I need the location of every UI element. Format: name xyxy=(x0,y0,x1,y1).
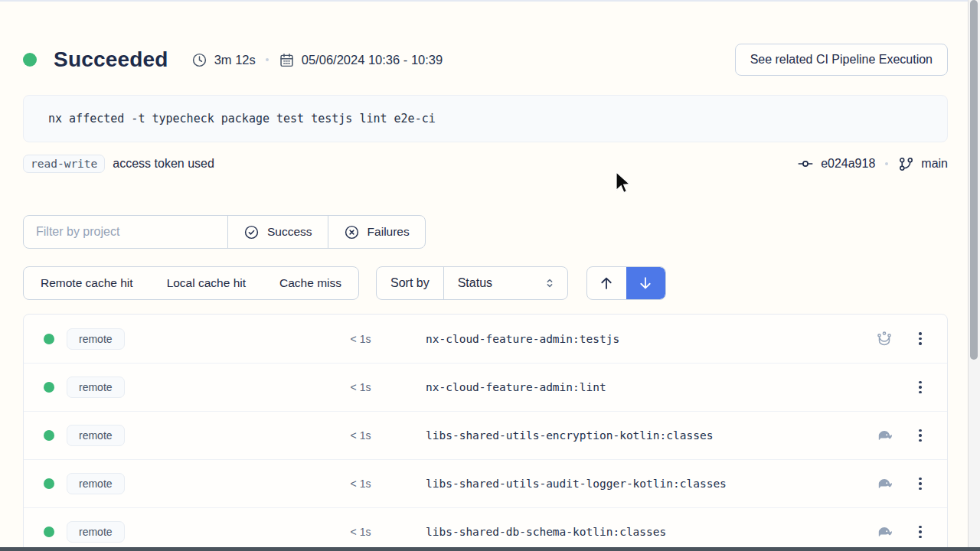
task-success-dot xyxy=(44,382,54,393)
cache-source-badge: remote xyxy=(67,377,125,398)
arrow-up-icon xyxy=(598,275,615,292)
task-row[interactable]: remote < 1s nx-cloud-feature-admin:testj… xyxy=(24,315,947,363)
success-filter-label: Success xyxy=(267,225,312,239)
task-name[interactable]: libs-shared-db-schema-kotlin:classes xyxy=(426,526,666,538)
remote-cache-hit-button[interactable]: Remote cache hit xyxy=(24,267,150,299)
cache-source-badge: remote xyxy=(67,425,125,446)
failures-filter-label: Failures xyxy=(368,225,410,239)
task-success-dot xyxy=(44,430,54,441)
success-filter-button[interactable]: Success xyxy=(227,216,328,248)
task-row[interactable]: remote < 1s libs-shared-utils-audit-logg… xyxy=(24,459,947,507)
task-duration: < 1s xyxy=(330,429,391,442)
task-success-dot xyxy=(44,478,54,489)
cache-sort-row: Remote cache hit Local cache hit Cache m… xyxy=(23,266,948,300)
gradle-icon xyxy=(875,474,893,493)
task-menu-kebab[interactable] xyxy=(910,328,930,350)
vcs-info: e024a918 main xyxy=(797,155,948,172)
run-meta: 3m 12s 05/06/2024 10:36 - 10:39 xyxy=(191,52,443,68)
see-related-pipeline-button[interactable]: See related CI Pipeline Execution xyxy=(735,44,948,76)
gradle-icon xyxy=(875,523,893,541)
sort-group: Sort by Status xyxy=(376,266,568,300)
check-circle-icon xyxy=(243,224,260,240)
meta-separator-dot xyxy=(266,58,269,61)
task-name[interactable]: nx-cloud-feature-admin:lint xyxy=(426,381,606,393)
cache-source-badge: remote xyxy=(67,521,125,543)
task-row[interactable]: remote < 1s libs-shared-db-schema-kotlin… xyxy=(24,507,947,551)
chevron-up-down-icon xyxy=(543,276,557,290)
vcs-separator-dot xyxy=(885,162,888,165)
filter-group: Success Failures xyxy=(23,215,426,249)
window-bottom-edge xyxy=(0,547,980,551)
page-title: Succeeded xyxy=(54,47,168,72)
task-success-dot xyxy=(44,334,54,344)
sort-select[interactable]: Status xyxy=(443,267,567,299)
sort-direction-group xyxy=(586,266,666,300)
run-command-box: nx affected -t typecheck package test te… xyxy=(23,95,948,142)
sort-by-label: Sort by xyxy=(377,267,443,299)
cache-source-badge: remote xyxy=(67,328,125,350)
scrollbar-track[interactable] xyxy=(968,0,980,551)
jest-icon xyxy=(875,330,893,348)
panel-top-border xyxy=(0,0,980,2)
status-success-dot xyxy=(23,53,37,67)
arrow-down-icon xyxy=(637,275,654,292)
task-menu-kebab[interactable] xyxy=(910,520,930,543)
task-name[interactable]: nx-cloud-feature-admin:testjs xyxy=(426,333,619,345)
branch-name[interactable]: main xyxy=(921,157,948,171)
cache-miss-button[interactable]: Cache miss xyxy=(263,267,358,299)
run-date-range: 05/06/2024 10:36 - 10:39 xyxy=(302,53,443,67)
task-duration: < 1s xyxy=(330,478,391,490)
sort-select-value: Status xyxy=(458,276,492,290)
task-name[interactable]: libs-shared-utils-encryption-kotlin:clas… xyxy=(426,429,713,442)
calendar-icon xyxy=(279,52,295,68)
run-duration: 3m 12s xyxy=(214,53,256,67)
access-token-text: access token used xyxy=(113,157,214,171)
task-row[interactable]: remote < 1s libs-shared-utils-encryption… xyxy=(24,411,947,459)
access-token-badge: read-write xyxy=(23,155,105,173)
task-list: remote < 1s nx-cloud-feature-admin:testj… xyxy=(23,314,948,551)
commit-icon xyxy=(797,155,814,172)
run-header: Succeeded 3m 12s 05/06/2024 10:36 - 10:3… xyxy=(23,42,948,77)
x-circle-icon xyxy=(344,224,360,240)
task-name[interactable]: libs-shared-utils-audit-logger-kotlin:cl… xyxy=(426,478,727,490)
task-success-dot xyxy=(44,527,54,537)
task-row[interactable]: remote < 1s nx-cloud-feature-admin:lint xyxy=(24,363,947,411)
scrollbar-thumb[interactable] xyxy=(970,0,978,360)
task-menu-kebab[interactable] xyxy=(910,424,930,447)
sort-descending-button[interactable] xyxy=(626,267,665,299)
task-menu-kebab[interactable] xyxy=(910,472,930,495)
task-duration: < 1s xyxy=(330,381,391,393)
task-menu-kebab[interactable] xyxy=(910,376,930,399)
sort-ascending-button[interactable] xyxy=(587,267,626,299)
gradle-icon xyxy=(875,426,893,445)
local-cache-hit-button[interactable]: Local cache hit xyxy=(150,267,263,299)
git-branch-icon xyxy=(898,156,914,172)
clock-icon xyxy=(191,52,207,68)
run-command: nx affected -t typecheck package test te… xyxy=(48,112,436,126)
filter-by-project-input[interactable] xyxy=(24,216,227,248)
task-duration: < 1s xyxy=(330,526,391,538)
cache-filter-group: Remote cache hit Local cache hit Cache m… xyxy=(23,266,359,300)
token-row: read-write access token used e024a918 ma… xyxy=(23,152,948,175)
task-duration: < 1s xyxy=(330,333,391,345)
cache-source-badge: remote xyxy=(67,473,125,494)
failures-filter-button[interactable]: Failures xyxy=(328,216,425,248)
commit-sha[interactable]: e024a918 xyxy=(821,157,875,171)
